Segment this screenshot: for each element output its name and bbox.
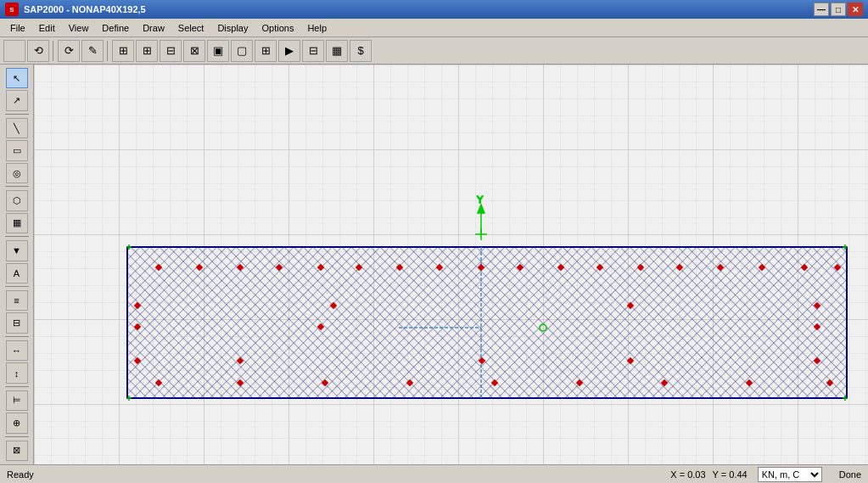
left-btn-extrude[interactable]: ↕ xyxy=(6,362,28,383)
menu-item-options[interactable]: Options xyxy=(255,21,300,35)
left-toolbar-sep-sep1 xyxy=(5,114,29,115)
toolbar-separator-2 xyxy=(53,41,54,61)
units-select[interactable]: KN, m, CKN, cm, CKN, mm, Ckip, ft, Fkip,… xyxy=(758,467,822,482)
menu-item-file[interactable]: File xyxy=(3,21,32,35)
minimize-button[interactable]: — xyxy=(814,3,829,16)
left-btn-load-dist[interactable]: ▼ xyxy=(6,240,28,261)
toolbar-btn-grid[interactable]: ⊞ xyxy=(255,40,277,62)
menu-item-define[interactable]: Define xyxy=(95,21,136,35)
main-area: ↖↗╲▭◎⬡▦▼A≡⊟↔↕⊨⊕⊠ xyxy=(0,65,868,464)
left-toolbar-sep-sep7 xyxy=(5,436,29,438)
toolbar: ⟲⟳✎⊞⊞⊟⊠▣▢⊞▶⊟▦$ xyxy=(0,37,868,65)
menu-item-select[interactable]: Select xyxy=(171,21,211,35)
status-coords: X = 0.03 Y = 0.44 xyxy=(670,469,747,480)
title-bar: S SAP2000 - NONAP40X192,5 — □ ✕ xyxy=(0,0,868,19)
toolbar-btn-zoom-full[interactable]: ▣ xyxy=(207,40,229,62)
menu-item-view[interactable]: View xyxy=(62,21,96,35)
toolbar-btn-zoom-prev[interactable]: ⊠ xyxy=(183,40,205,62)
grid: Y xyxy=(34,65,868,464)
left-btn-zoom-circle[interactable]: ◎ xyxy=(6,163,28,183)
toolbar-btn-pen[interactable]: ✎ xyxy=(81,40,104,62)
left-toolbar-sep-sep5 xyxy=(5,336,29,338)
toolbar-btn-dollar[interactable]: $ xyxy=(350,40,372,62)
left-toolbar-sep-sep2 xyxy=(5,186,29,188)
menu-item-draw[interactable]: Draw xyxy=(136,21,171,35)
status-done-label: Done xyxy=(839,469,861,480)
close-button[interactable]: ✕ xyxy=(848,3,863,16)
left-btn-view-plan[interactable]: ▦ xyxy=(6,213,28,233)
title-bar-controls: — □ ✕ xyxy=(814,3,863,16)
status-bar: Ready X = 0.03 Y = 0.44 KN, m, CKN, cm, … xyxy=(0,464,868,483)
toolbar-btn-new[interactable] xyxy=(3,40,25,62)
left-toolbar: ↖↗╲▭◎⬡▦▼A≡⊟↔↕⊨⊕⊠ xyxy=(0,65,34,464)
svg-rect-6 xyxy=(128,248,846,397)
toolbar-separator-4 xyxy=(107,41,109,61)
toolbar-btn-redo[interactable]: ⟳ xyxy=(58,40,80,62)
left-btn-display[interactable]: ≡ xyxy=(6,290,28,311)
maximize-button[interactable]: □ xyxy=(831,3,846,16)
left-btn-draw-line[interactable]: ╲ xyxy=(6,118,28,138)
canvas-area[interactable]: Y xyxy=(34,65,868,464)
left-btn-lock[interactable]: ⊠ xyxy=(6,441,28,461)
left-btn-select-arrow[interactable]: ↖ xyxy=(6,68,28,88)
left-btn-label[interactable]: A xyxy=(6,263,28,284)
menu-item-display[interactable]: Display xyxy=(210,21,255,35)
left-btn-move[interactable]: ↔ xyxy=(6,340,28,361)
x-coord-label: X = 0.03 xyxy=(670,469,705,480)
menu-item-edit[interactable]: Edit xyxy=(32,21,62,35)
left-toolbar-sep-sep4 xyxy=(5,286,29,288)
left-btn-section[interactable]: ⊨ xyxy=(6,390,28,411)
title-bar-left: S SAP2000 - NONAP40X192,5 xyxy=(5,3,146,16)
toolbar-btn-results[interactable]: ⊟ xyxy=(302,40,324,62)
toolbar-btn-undo[interactable]: ⟲ xyxy=(27,40,49,62)
left-btn-select-arrow2[interactable]: ↗ xyxy=(6,90,28,110)
app-icon: S xyxy=(5,3,19,16)
toolbar-btn-zoom-region[interactable]: ⊞ xyxy=(112,40,134,62)
left-btn-joint[interactable]: ⊕ xyxy=(6,413,28,433)
left-btn-view-3d[interactable]: ⬡ xyxy=(6,190,28,211)
toolbar-btn-zoom-out[interactable]: ⊟ xyxy=(160,40,182,62)
menu-bar: FileEditViewDefineDrawSelectDisplayOptio… xyxy=(0,19,868,37)
app-title: SAP2000 - NONAP40X192,5 xyxy=(24,4,146,14)
left-btn-draw-rect[interactable]: ▭ xyxy=(6,140,28,160)
svg-text:Y: Y xyxy=(477,194,484,205)
toolbar-btn-table[interactable]: ▦ xyxy=(326,40,348,62)
status-units: KN, m, CKN, cm, CKN, mm, Ckip, ft, Fkip,… xyxy=(758,467,822,482)
left-toolbar-sep-sep6 xyxy=(5,386,29,388)
toolbar-btn-run[interactable]: ▶ xyxy=(278,40,300,62)
left-btn-disp2[interactable]: ⊟ xyxy=(6,312,28,333)
menu-item-help[interactable]: Help xyxy=(300,21,333,35)
y-coord-label: Y = 0.44 xyxy=(713,469,748,480)
toolbar-btn-zoom-fit[interactable]: ▢ xyxy=(231,40,253,62)
status-ready-label: Ready xyxy=(7,469,58,480)
left-toolbar-sep-sep3 xyxy=(5,236,29,238)
toolbar-btn-zoom-in[interactable]: ⊞ xyxy=(136,40,158,62)
